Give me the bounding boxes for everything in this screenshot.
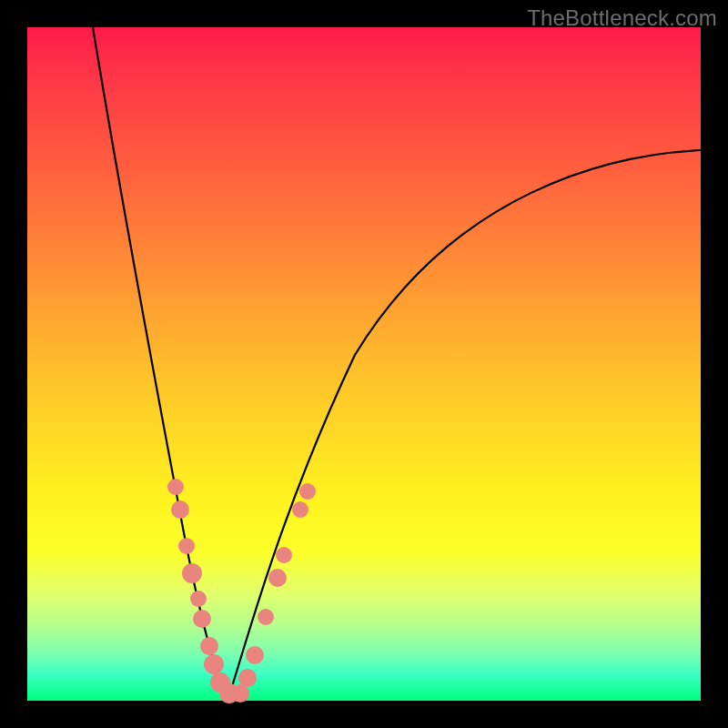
data-bead bbox=[238, 669, 257, 687]
bottleneck-curve-left bbox=[93, 27, 228, 701]
bottleneck-curve-right bbox=[228, 150, 701, 701]
data-bead bbox=[167, 479, 184, 495]
data-bead bbox=[193, 610, 211, 628]
chart-frame: TheBottleneck.com bbox=[0, 0, 728, 728]
data-bead bbox=[178, 538, 195, 554]
data-bead bbox=[171, 500, 189, 519]
data-bead bbox=[258, 609, 274, 625]
data-bead bbox=[246, 646, 264, 664]
curve-layer bbox=[27, 27, 701, 701]
data-bead bbox=[182, 563, 202, 583]
data-bead bbox=[299, 483, 316, 500]
data-bead bbox=[292, 501, 308, 518]
chart-plot-area bbox=[27, 27, 701, 701]
data-bead bbox=[276, 547, 292, 563]
watermark-text: TheBottleneck.com bbox=[527, 5, 717, 31]
data-bead bbox=[204, 654, 224, 674]
data-bead bbox=[200, 637, 218, 655]
data-bead bbox=[231, 684, 249, 703]
data-bead bbox=[190, 591, 207, 607]
bead-group bbox=[167, 479, 316, 703]
data-bead bbox=[268, 569, 287, 587]
